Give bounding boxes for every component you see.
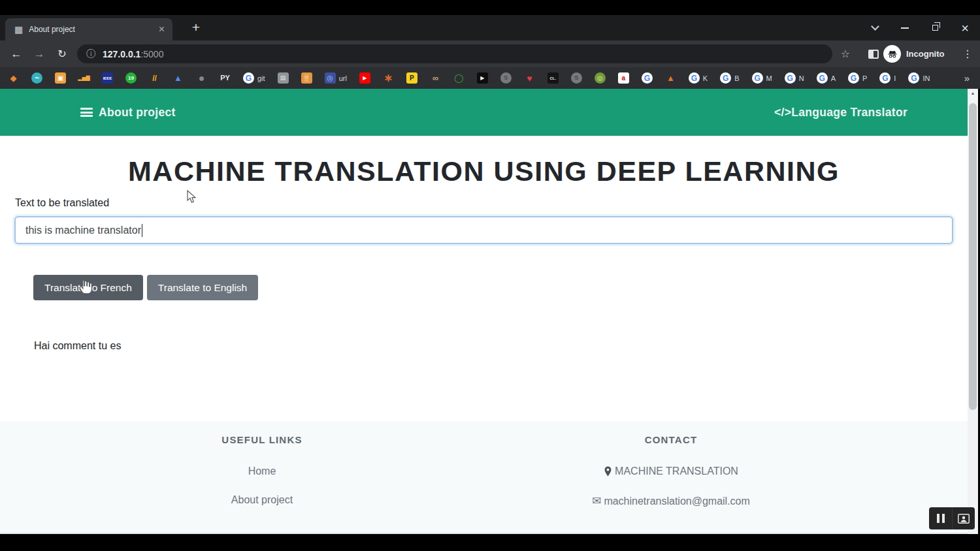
site-info-icon[interactable]: ⓘ	[86, 48, 95, 60]
bookmark-blue-triangle[interactable]: ▲	[172, 72, 184, 84]
google-g-a-icon: G	[817, 72, 828, 84]
bookmark-youtube-play[interactable]: ▶	[359, 72, 370, 84]
page-scrollbar[interactable]: ▲	[968, 89, 978, 534]
gray-card-icon: ▤	[278, 72, 289, 84]
bookmark-orange-spider[interactable]: ∗	[383, 72, 394, 84]
letterbox-top	[0, 0, 980, 15]
scroll-up-arrow[interactable]: ▲	[968, 91, 978, 95]
bookmark-label: M	[766, 74, 772, 82]
bookmark-photo-hexagon[interactable]: ▣	[55, 72, 66, 84]
bookmark-google-g-in[interactable]: GIN	[908, 72, 930, 84]
mouse-hand-cursor	[77, 278, 93, 298]
bookmark-red-heart[interactable]: ♥	[524, 72, 535, 84]
back-button[interactable]: ←	[7, 40, 26, 67]
godaddy-swirl-icon: ~	[31, 72, 42, 84]
bookmark-label: B	[734, 74, 739, 82]
bookmark-label: K	[703, 74, 708, 82]
footer-link-about-project[interactable]: About project	[131, 494, 393, 506]
bookmark-google-g-a[interactable]: GA	[817, 72, 836, 84]
bookmark-goggles[interactable]: ∞	[430, 72, 441, 84]
bookmarks-overflow-button[interactable]: »	[964, 67, 970, 89]
side-panel-button[interactable]	[866, 40, 881, 67]
person-frame-icon	[958, 514, 970, 524]
google-g-m-icon: G	[752, 72, 763, 84]
envelope-icon: ✉	[592, 494, 601, 508]
google-g-i-icon: G	[879, 72, 890, 84]
browser-toolbar: ← → ↻ ⓘ 127.0.0.1 :5000 ☆ Incognito ⋮	[0, 40, 980, 67]
py-text-icon: PY	[220, 72, 231, 84]
address-bar[interactable]: ⓘ 127.0.0.1 :5000	[77, 44, 832, 63]
bookmark-label: url	[339, 74, 347, 82]
matlab-icon: ▲	[665, 72, 676, 84]
footer-heading-contact: CONTACT	[540, 434, 802, 445]
new-tab-button[interactable]: +	[187, 17, 205, 38]
navbar-about-project-link[interactable]: About project	[80, 106, 176, 119]
google-g-p-icon: G	[848, 72, 859, 84]
bookmark-cl-black[interactable]: CL.	[547, 72, 559, 84]
letterbox-bottom	[0, 534, 980, 551]
airtel-icon: a	[618, 72, 629, 84]
bookmark-google-g-k[interactable]: GK	[689, 72, 708, 84]
browser-tab-about-project[interactable]: ▦ About project ×	[5, 18, 172, 40]
bookmark-label: P	[862, 74, 867, 82]
restore-icon	[932, 25, 938, 31]
incognito-label: Incognito	[906, 49, 945, 59]
pause-icon	[937, 514, 945, 523]
navbar-brand[interactable]: </>Language Translator	[774, 106, 907, 119]
bookmark-google-g-i[interactable]: GI	[879, 72, 896, 84]
forward-button[interactable]: →	[29, 40, 49, 67]
bookmark-gray-s-2[interactable]: S	[571, 72, 582, 84]
bookmark-orange-diamond[interactable]: ◆	[8, 72, 19, 84]
bookmark-google-g-b[interactable]: GB	[720, 72, 739, 84]
bookmark-gray-card[interactable]: ▤	[278, 72, 289, 84]
translate-to-english-button[interactable]: Translate to English	[147, 275, 258, 300]
bookmark-py-text[interactable]: PY	[220, 72, 231, 84]
bookmark-airtel[interactable]: a	[618, 72, 629, 84]
bookmark-pwa-orange[interactable]: ▒	[301, 72, 312, 84]
tab-close-icon[interactable]: ×	[157, 24, 166, 35]
bookmark-green-ring[interactable]: ◯	[453, 72, 465, 84]
bookmark-google-g-git[interactable]: Ggit	[243, 72, 265, 84]
pause-button[interactable]	[929, 507, 952, 529]
footer-useful-links-column: USEFUL LINKS Home About project	[131, 434, 393, 523]
bookmark-google-g-1[interactable]: G	[642, 72, 653, 84]
browser-menu-button[interactable]: ⋮	[959, 40, 976, 67]
pycharm-p-icon: P	[406, 72, 417, 84]
gray-s-1-icon: S	[500, 72, 512, 84]
bookmark-gray-s-1[interactable]: S	[500, 72, 512, 84]
bookmark-google-g-m[interactable]: GM	[752, 72, 772, 84]
presenter-view-button[interactable]	[952, 507, 975, 529]
bookmark-star-icon[interactable]: ☆	[837, 40, 854, 67]
tab-search-button[interactable]	[860, 15, 890, 40]
bookmark-pycharm-p[interactable]: P	[406, 72, 417, 84]
window-controls: ×	[860, 15, 980, 40]
google-g-k-icon: G	[689, 72, 700, 84]
analytics-bars-icon: ▂▅▇	[78, 72, 90, 84]
bookmark-black-bird[interactable]: ▶	[477, 72, 488, 84]
side-panel-icon	[868, 50, 879, 59]
footer-contact-name: MACHINE TRANSLATION	[540, 465, 802, 477]
orange-diamond-icon: ◆	[8, 72, 19, 84]
restore-button[interactable]	[920, 15, 950, 40]
bookmark-analytics-bars[interactable]: ▂▅▇	[78, 72, 90, 84]
bookmark-whatsapp-19[interactable]: 19	[125, 72, 137, 84]
bookmark-github-circle[interactable]: ●	[196, 72, 207, 84]
black-bird-icon: ▶	[477, 72, 488, 84]
bookmark-green-coin[interactable]: ◎	[595, 72, 606, 84]
bookmark-google-ads-slashes[interactable]: //	[149, 72, 160, 84]
page-footer: USEFUL LINKS Home About project CONTACT …	[0, 421, 968, 534]
bookmark-godaddy-swirl[interactable]: ~	[31, 72, 42, 84]
translate-text-input[interactable]: this is machine translator	[14, 216, 953, 244]
footer-link-home[interactable]: Home	[131, 465, 393, 477]
bookmark-google-g-p[interactable]: GP	[848, 72, 867, 84]
bookmark-google-g-n[interactable]: GN	[785, 72, 804, 84]
screen: ▦ About project × + × ← → ↻ ⓘ 127.0.0.1 …	[0, 0, 980, 551]
reload-button[interactable]: ↻	[52, 40, 72, 67]
minimize-button[interactable]	[890, 15, 920, 40]
bookmark-ieee-badge[interactable]: IEEE	[102, 72, 113, 84]
bookmark-url-swirl[interactable]: ◎url	[325, 72, 347, 84]
close-window-button[interactable]: ×	[950, 15, 980, 40]
bookmark-matlab[interactable]: ▲	[665, 72, 676, 84]
chevron-down-icon	[871, 22, 879, 31]
scrollbar-thumb[interactable]	[969, 103, 977, 410]
